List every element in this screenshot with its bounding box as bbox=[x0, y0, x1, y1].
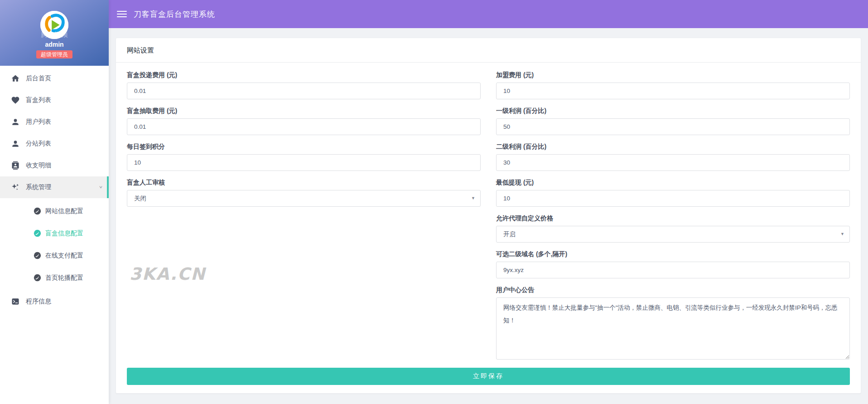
sidebar-item-program-info[interactable]: 程序信息 bbox=[0, 291, 109, 312]
system-submenu: 网站信息配置 盲盒信息配置 在线支付配置 首页轮播配置 bbox=[0, 198, 109, 289]
field-label: 可选二级域名 (多个,隔开) bbox=[496, 249, 850, 258]
field-agent-custom-price: 允许代理自定义价格 开启 ▼ bbox=[496, 214, 850, 243]
field-level2-profit: 二级利润 (百分比) bbox=[496, 142, 850, 171]
submenu-item-label: 网站信息配置 bbox=[45, 207, 83, 215]
submenu-item-online-payment-config[interactable]: 在线支付配置 bbox=[0, 244, 109, 267]
hamburger-menu-icon[interactable] bbox=[117, 9, 127, 19]
field-label: 加盟费用 (元) bbox=[496, 70, 850, 79]
user-center-announcement-textarea[interactable]: 网络交友需谨慎！禁止大批量参与"抽一个"活动，禁止微商、电销、引流等类似行业参与… bbox=[496, 297, 850, 360]
home-icon bbox=[11, 74, 20, 83]
sidebar-item-label: 分站列表 bbox=[26, 140, 51, 148]
box-draw-fee-input[interactable] bbox=[127, 118, 481, 135]
min-withdrawal-input[interactable] bbox=[496, 190, 850, 207]
sidebar-item-label: 盲盒列表 bbox=[26, 96, 51, 104]
sidebar-menu: 后台首页 盲盒列表 用户列表 分站列表 bbox=[0, 66, 109, 198]
sidebar-item-label: 程序信息 bbox=[26, 297, 51, 306]
main-area: 刀客盲盒后台管理系统 网站设置 盲盒投递费用 (元) 盲盒抽取费用 (元) bbox=[109, 0, 868, 404]
submenu-item-site-info-config[interactable]: 网站信息配置 bbox=[0, 200, 109, 222]
watermark-text: 3KA.CN bbox=[130, 264, 206, 284]
select-arrow-icon: ▼ bbox=[471, 196, 475, 200]
field-subdomain: 可选二级域名 (多个,隔开) bbox=[496, 249, 850, 278]
subdomain-input[interactable] bbox=[496, 262, 850, 278]
field-label: 二级利润 (百分比) bbox=[496, 142, 850, 151]
sidebar-item-label: 用户列表 bbox=[26, 118, 51, 126]
ledger-icon bbox=[11, 161, 20, 170]
franchise-fee-input[interactable] bbox=[496, 83, 850, 99]
form-column-left: 盲盒投递费用 (元) 盲盒抽取费用 (元) 每日签到积分 盲盒人工审核 bbox=[127, 70, 481, 361]
level2-profit-input[interactable] bbox=[496, 154, 850, 171]
field-manual-review: 盲盒人工审核 关闭 ▼ bbox=[127, 178, 481, 207]
submenu-item-label: 盲盒信息配置 bbox=[45, 229, 83, 238]
selected-value: 开启 bbox=[503, 230, 516, 239]
submenu-item-label: 首页轮播配置 bbox=[45, 274, 83, 282]
user-icon bbox=[11, 117, 20, 127]
field-label: 最低提现 (元) bbox=[496, 178, 850, 187]
field-label: 一级利润 (百分比) bbox=[496, 106, 850, 115]
sidebar-item-substation-list[interactable]: 分站列表 bbox=[0, 133, 109, 155]
sidebar-item-label: 收支明细 bbox=[26, 161, 51, 170]
field-label: 盲盒投递费用 (元) bbox=[127, 70, 481, 79]
field-box-draw-fee: 盲盒抽取费用 (元) bbox=[127, 106, 481, 135]
app-title: 刀客盲盒后台管理系统 bbox=[134, 9, 215, 19]
agent-custom-price-select[interactable]: 开启 ▼ bbox=[496, 226, 850, 243]
heart-icon bbox=[11, 96, 20, 105]
submenu-item-home-carousel-config[interactable]: 首页轮播配置 bbox=[0, 267, 109, 289]
settings-card: 网站设置 盲盒投递费用 (元) 盲盒抽取费用 (元) bbox=[116, 38, 861, 394]
chevron-down-icon: ˅ bbox=[99, 185, 102, 190]
card-title: 网站设置 bbox=[116, 38, 861, 63]
config-dot-icon bbox=[34, 207, 41, 215]
submenu-item-box-info-config[interactable]: 盲盒信息配置 bbox=[0, 222, 109, 244]
box-delivery-fee-input[interactable] bbox=[127, 83, 481, 99]
field-box-delivery-fee: 盲盒投递费用 (元) bbox=[127, 70, 481, 99]
sidebar-item-transactions[interactable]: 收支明细 bbox=[0, 155, 109, 176]
sidebar-item-box-list[interactable]: 盲盒列表 bbox=[0, 89, 109, 111]
daily-signin-points-input[interactable] bbox=[127, 154, 481, 171]
field-min-withdrawal: 最低提现 (元) bbox=[496, 178, 850, 207]
field-label: 盲盒人工审核 bbox=[127, 178, 481, 187]
config-dot-icon bbox=[34, 274, 41, 282]
form-column-right: 加盟费用 (元) 一级利润 (百分比) 二级利润 (百分比) 最低提现 bbox=[496, 70, 850, 361]
field-label: 每日签到积分 bbox=[127, 142, 481, 151]
sidebar-menu-bottom: 程序信息 bbox=[0, 289, 109, 312]
sidebar-item-label: 后台首页 bbox=[26, 74, 51, 83]
settings-form: 盲盒投递费用 (元) 盲盒抽取费用 (元) 每日签到积分 盲盒人工审核 bbox=[116, 63, 861, 385]
sidebar-item-dashboard[interactable]: 后台首页 bbox=[0, 68, 109, 89]
field-user-center-announcement: 用户中心公告 网络交友需谨慎！禁止大批量参与"抽一个"活动，禁止微商、电销、引流… bbox=[496, 285, 850, 361]
content-area: 网站设置 盲盒投递费用 (元) 盲盒抽取费用 (元) bbox=[109, 28, 868, 404]
username: admin bbox=[0, 41, 109, 48]
sidebar: 腾讯视频 admin 超级管理员 后台首页 盲盒列表 用户列表 分站 bbox=[0, 0, 109, 404]
top-header: 刀客盲盒后台管理系统 bbox=[109, 0, 868, 28]
level1-profit-input[interactable] bbox=[496, 118, 850, 135]
role-badge: 超级管理员 bbox=[36, 50, 72, 58]
profile-panel: 腾讯视频 admin 超级管理员 bbox=[0, 0, 109, 66]
field-label: 允许代理自定义价格 bbox=[496, 214, 850, 223]
field-label: 用户中心公告 bbox=[496, 285, 850, 294]
avatar-watermark-text: 腾讯视频 bbox=[0, 31, 109, 39]
sidebar-item-label: 系统管理 bbox=[26, 183, 51, 191]
config-dot-icon bbox=[34, 229, 41, 237]
terminal-icon bbox=[11, 297, 20, 306]
field-label: 盲盒抽取费用 (元) bbox=[127, 106, 481, 115]
manual-review-select[interactable]: 关闭 ▼ bbox=[127, 190, 481, 207]
config-dot-icon bbox=[34, 252, 41, 259]
submenu-item-label: 在线支付配置 bbox=[45, 252, 83, 260]
sidebar-item-system-management[interactable]: 系统管理 ˅ bbox=[0, 176, 109, 198]
field-level1-profit: 一级利润 (百分比) bbox=[496, 106, 850, 135]
sidebar-item-user-list[interactable]: 用户列表 bbox=[0, 111, 109, 133]
sparkles-icon bbox=[11, 183, 20, 192]
field-daily-signin-points: 每日签到积分 bbox=[127, 142, 481, 171]
field-franchise-fee: 加盟费用 (元) bbox=[496, 70, 850, 99]
save-button[interactable]: 立即保存 bbox=[127, 368, 850, 385]
select-arrow-icon: ▼ bbox=[840, 232, 844, 236]
user-icon bbox=[11, 139, 20, 148]
selected-value: 关闭 bbox=[134, 195, 146, 203]
